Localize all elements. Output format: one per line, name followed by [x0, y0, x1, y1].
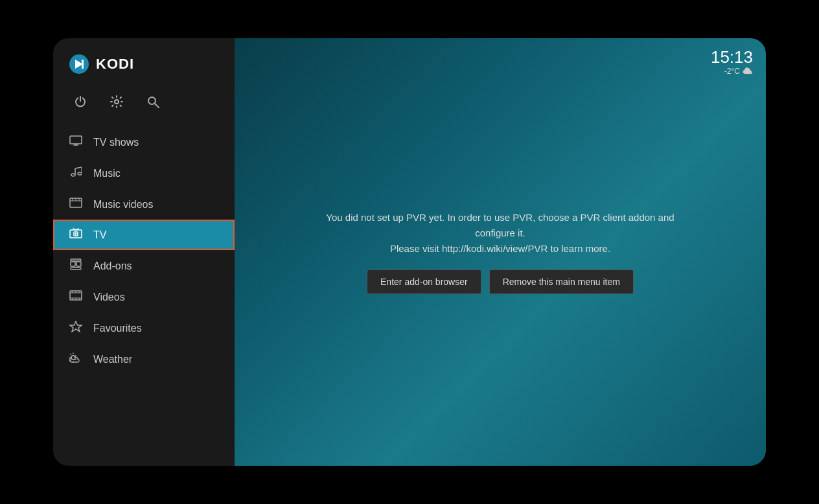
videos-label: Videos: [93, 292, 125, 303]
search-button[interactable]: [144, 93, 162, 114]
tv-shows-label: TV shows: [93, 137, 139, 148]
search-icon: [146, 95, 159, 108]
sidebar-item-favourites[interactable]: Favourites: [53, 312, 235, 344]
svg-rect-2: [82, 60, 84, 69]
svg-rect-19: [71, 262, 75, 266]
music-icon: [69, 166, 83, 181]
kodi-logo-icon: [69, 54, 89, 74]
favourites-label: Favourites: [93, 323, 142, 334]
svg-rect-6: [70, 136, 82, 144]
cloud-icon: [743, 67, 753, 75]
remove-menu-item-button[interactable]: Remove this main menu item: [489, 269, 634, 294]
videos-icon: [69, 290, 83, 304]
clock-time: 15:13: [711, 49, 753, 65]
weather-label: Weather: [93, 354, 132, 365]
sidebar-item-music[interactable]: Music: [53, 157, 235, 189]
addons-icon: [69, 258, 83, 273]
clock-area: 15:13 -2°C: [711, 49, 753, 76]
pvr-action-buttons: Enter add-on browser Remove this main me…: [319, 269, 682, 294]
power-icon: [74, 95, 87, 108]
music-label: Music: [93, 168, 121, 179]
pvr-message-area: You did not set up PVR yet. In order to …: [306, 197, 695, 307]
music-videos-icon: [69, 198, 83, 211]
favourites-icon: [69, 321, 83, 336]
pvr-message-line2: Please visit http://kodi.wiki/view/PVR t…: [390, 243, 610, 254]
kodi-app: KODI: [53, 38, 766, 466]
pvr-message-line1: You did not set up PVR yet. In order to …: [326, 212, 674, 238]
music-videos-label: Music videos: [93, 199, 153, 211]
sidebar-item-music-videos[interactable]: Music videos: [53, 189, 235, 220]
gear-icon: [110, 95, 123, 108]
sidebar-item-weather[interactable]: Weather: [53, 344, 235, 374]
sidebar-item-tv-shows[interactable]: TV shows: [53, 127, 235, 157]
weather-icon: [69, 352, 83, 366]
tv-shows-icon: [69, 135, 83, 149]
main-content: 15:13 -2°C You did not set up PVR yet. I…: [235, 38, 766, 466]
svg-rect-20: [76, 262, 81, 266]
tv-label: TV: [93, 229, 106, 241]
addons-label: Add-ons: [93, 260, 132, 272]
sidebar-header: KODI: [53, 38, 235, 87]
sidebar: KODI: [53, 38, 235, 466]
sidebar-item-addons[interactable]: Add-ons: [53, 250, 235, 282]
svg-line-5: [155, 104, 159, 108]
sidebar-item-videos[interactable]: Videos: [53, 282, 235, 312]
enter-addon-browser-button[interactable]: Enter add-on browser: [367, 269, 481, 294]
app-title: KODI: [96, 56, 134, 73]
settings-button[interactable]: [108, 93, 126, 114]
sidebar-action-icons: [53, 87, 235, 127]
power-button[interactable]: [71, 93, 89, 114]
tv-icon: [69, 228, 83, 242]
svg-rect-22: [71, 268, 81, 269]
svg-marker-32: [70, 321, 82, 332]
svg-point-3: [115, 100, 119, 104]
temperature-display: -2°C: [724, 67, 740, 76]
svg-point-9: [71, 174, 75, 176]
svg-rect-21: [71, 259, 81, 261]
pvr-message-text: You did not set up PVR yet. In order to …: [319, 210, 682, 257]
svg-point-10: [78, 172, 82, 175]
clock-sub: -2°C: [711, 67, 753, 76]
sidebar-nav: TV shows Music Music videos: [53, 127, 235, 466]
sidebar-item-tv[interactable]: TV: [53, 220, 235, 250]
